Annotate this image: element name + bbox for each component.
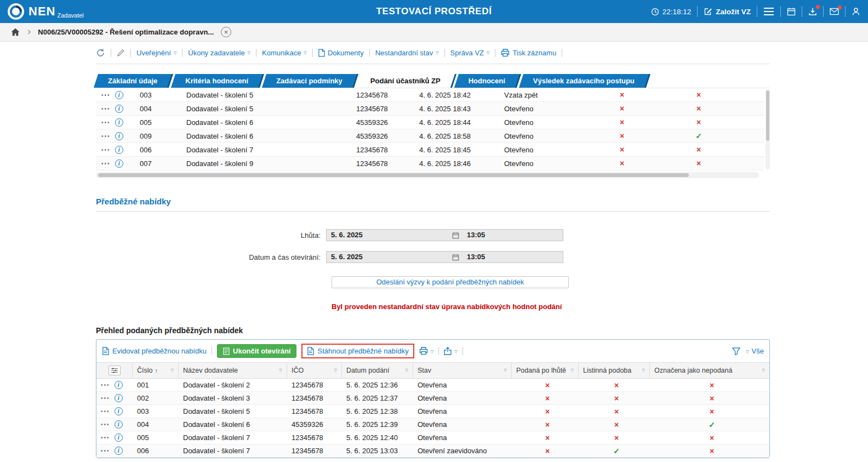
- participant-table-row[interactable]: ••• i 003 Dodavatel - školení 5 12345678…: [96, 88, 764, 102]
- info-icon[interactable]: i: [115, 159, 123, 168]
- row-menu-icon[interactable]: •••: [101, 129, 111, 143]
- cell-stav: Otevřeno: [499, 116, 584, 129]
- tab-vysledek-zadavaciho-postupu[interactable]: Výsledek zadávacího postupu: [521, 74, 647, 88]
- row-menu-icon[interactable]: •••: [101, 435, 110, 441]
- menu-uverejneni[interactable]: Uveřejnění▽: [136, 49, 176, 57]
- tab-hodnoceni[interactable]: Hodnocení: [456, 74, 517, 88]
- export-table-button[interactable]: ▽: [444, 347, 457, 355]
- participant-table-row[interactable]: ••• i 005 Dodavatel - školení 6 45359326…: [96, 116, 764, 129]
- edit-record-button[interactable]: [117, 49, 125, 57]
- info-icon[interactable]: i: [115, 118, 123, 127]
- menu-nestandardni-stav[interactable]: Nestandardní stav▽: [375, 49, 439, 57]
- menu-dokumenty[interactable]: Dokumenty: [318, 49, 364, 57]
- lhuta-date-input[interactable]: 5. 6. 2025: [327, 230, 448, 241]
- info-icon[interactable]: i: [115, 105, 123, 113]
- info-icon[interactable]: i: [115, 91, 123, 99]
- participant-table-row[interactable]: ••• i 007 Dodavatel - školení 9 12345678…: [96, 157, 764, 170]
- header-ico[interactable]: IČO▽: [287, 363, 342, 378]
- row-menu-icon[interactable]: •••: [101, 116, 111, 129]
- tab-kriteria-hodnoceni[interactable]: Kritéria hodnocení: [173, 74, 260, 88]
- row-menu-icon[interactable]: •••: [101, 143, 111, 157]
- info-icon[interactable]: i: [115, 447, 123, 455]
- participant-table-row[interactable]: ••• i 004 Dodavatel - školení 5 12345678…: [96, 102, 764, 116]
- calendar-button[interactable]: [787, 7, 796, 16]
- flag-podana-po-lhute: ×: [512, 405, 579, 418]
- tab-podani-ucastniku-zp[interactable]: Podání účastníků ZP: [358, 74, 453, 88]
- scrollbar-thumb[interactable]: [766, 90, 769, 141]
- main-menu-button[interactable]: [763, 7, 774, 16]
- row-menu-icon[interactable]: •••: [101, 157, 111, 170]
- header-listinna-podoba[interactable]: Listinná podoba▽: [579, 363, 650, 378]
- horizontal-scrollbar[interactable]: [96, 172, 759, 178]
- breadcrumb-record[interactable]: N006/25/V00005292 - Řešení optimalizace …: [38, 28, 214, 36]
- vertical-scrollbar[interactable]: [766, 89, 770, 169]
- separator: [256, 49, 256, 57]
- header-oznacena-jako-nepodana[interactable]: Označena jako nepodaná▽: [650, 363, 769, 378]
- info-icon[interactable]: i: [115, 407, 123, 415]
- evidovat-nabidku-button[interactable]: Evidovat předběžnou nabídku: [102, 347, 207, 355]
- row-menu-icon[interactable]: •••: [101, 382, 110, 388]
- row-menu-icon[interactable]: •••: [101, 421, 110, 427]
- separator: [312, 49, 313, 57]
- header-nazev-dodavatele[interactable]: Název dodavatele▽: [179, 363, 287, 378]
- print-table-button[interactable]: ▽: [419, 347, 433, 355]
- ukoncit-oteviranie-button[interactable]: Ukončit otevírání: [217, 344, 296, 358]
- header-datum-podani[interactable]: Datum podání▽: [342, 363, 413, 378]
- home-button[interactable]: [10, 28, 20, 36]
- info-icon[interactable]: i: [115, 434, 123, 442]
- nen-logo-icon[interactable]: [8, 3, 24, 20]
- filter-button[interactable]: [732, 347, 740, 355]
- offer-table-row[interactable]: ••• i 005 Dodavatel - školení 7 12345678…: [96, 431, 769, 444]
- close-record-icon[interactable]: ×: [221, 27, 231, 37]
- column-settings-icon[interactable]: [108, 366, 121, 375]
- stahnout-nabidky-button[interactable]: Stáhnout předběžné nabídky: [307, 347, 408, 355]
- header-stav[interactable]: Stav▽: [413, 363, 512, 378]
- info-icon[interactable]: i: [115, 394, 123, 402]
- offers-panel: Evidovat předběžnou nabídku Ukončit otev…: [96, 339, 770, 458]
- downloads-button[interactable]: [808, 7, 817, 16]
- menu-tisk-zaznamu[interactable]: Tisk záznamu: [501, 49, 556, 57]
- tab-zakladni-udaje[interactable]: Základní údaje: [96, 74, 169, 88]
- info-icon[interactable]: i: [115, 146, 123, 154]
- header-podana-po-lhute[interactable]: Podaná po lhůtě▽: [512, 363, 579, 378]
- separator: [562, 49, 562, 57]
- row-menu-icon[interactable]: •••: [101, 408, 110, 414]
- send-invitation-button[interactable]: Odeslání výzvy k podání předběžných nabí…: [332, 276, 569, 288]
- caret-down-icon: ▽: [406, 368, 408, 373]
- export-icon: [444, 347, 452, 355]
- calendar-picker-icon[interactable]: [448, 252, 462, 263]
- flag-listinna-podoba: ×: [579, 392, 650, 405]
- menu-komunikace[interactable]: Komunikace▽: [262, 49, 307, 57]
- person-icon: [852, 7, 860, 16]
- tab-zadavaci-podminky[interactable]: Zadávací podmínky: [264, 74, 355, 88]
- sort-asc-icon: ↑: [155, 367, 158, 374]
- create-vz-button[interactable]: Založit VZ: [704, 7, 751, 16]
- offer-table-row[interactable]: ••• i 004 Dodavatel - školení 6 45359326…: [96, 418, 769, 431]
- oteviranie-time-input[interactable]: 13:05: [462, 252, 563, 263]
- row-menu-icon[interactable]: •••: [101, 448, 110, 454]
- row-menu-icon[interactable]: •••: [101, 102, 111, 116]
- menu-ukony-zadavatele[interactable]: Úkony zadavatele▽: [188, 49, 250, 57]
- messages-button[interactable]: [830, 8, 839, 15]
- participant-table-row[interactable]: ••• i 009 Dodavatel - školení 6 45359326…: [96, 129, 764, 143]
- offer-table-row[interactable]: ••• i 003 Dodavatel - školení 5 12345678…: [96, 405, 769, 418]
- oteviranie-date-input[interactable]: 5. 6. 2025: [327, 252, 448, 263]
- info-icon[interactable]: i: [115, 381, 123, 389]
- info-icon[interactable]: i: [115, 132, 123, 140]
- cell-stav: Otevřeno: [499, 143, 584, 157]
- scrollbar-thumb[interactable]: [98, 173, 689, 177]
- info-icon[interactable]: i: [115, 420, 123, 429]
- row-menu-icon[interactable]: •••: [101, 395, 110, 401]
- user-profile-button[interactable]: [852, 7, 860, 16]
- history-button[interactable]: [96, 48, 105, 58]
- offer-table-row[interactable]: ••• i 006 Dodavatel - školení 7 12345678…: [96, 444, 769, 458]
- participant-table-row[interactable]: ••• i 006 Dodavatel - školení 7 12345678…: [96, 143, 764, 157]
- offer-table-row[interactable]: ••• i 001 Dodavatel - školení 2 12345678…: [96, 379, 769, 392]
- lhuta-time-input[interactable]: 13:05: [462, 230, 563, 241]
- menu-sprava-vz[interactable]: Správa VZ▽: [450, 49, 490, 57]
- offer-table-row[interactable]: ••• i 002 Dodavatel - školení 3 12345678…: [96, 392, 769, 405]
- calendar-picker-icon[interactable]: [448, 230, 462, 241]
- view-all-dropdown[interactable]: ▽ Vše: [746, 347, 764, 355]
- header-cislo[interactable]: Číslo↑ ▽: [133, 363, 179, 378]
- row-menu-icon[interactable]: •••: [101, 88, 111, 102]
